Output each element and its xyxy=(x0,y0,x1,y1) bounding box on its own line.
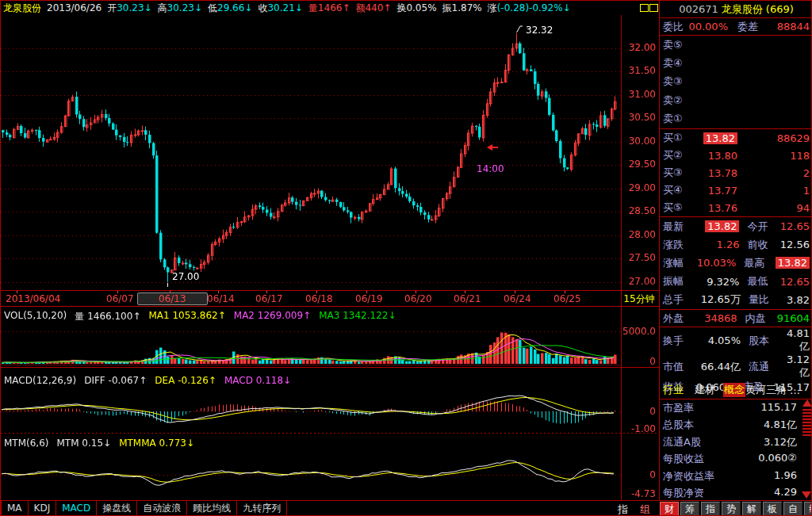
btn-indicator[interactable]: 指 xyxy=(701,502,720,516)
stock-code: 002671 xyxy=(679,3,718,15)
axis-divider xyxy=(621,15,622,500)
date-axis-tick xyxy=(17,291,17,293)
group-letter[interactable]: 组 xyxy=(640,503,650,516)
concept-label: 概念 xyxy=(723,383,745,397)
date-axis-tick xyxy=(465,291,465,293)
candlestick-chart[interactable] xyxy=(1,15,620,290)
price-axis-label: 28.00 xyxy=(622,229,656,240)
chart-bottom-line xyxy=(1,290,659,291)
buy-row-1[interactable]: 买①13.8288629 xyxy=(660,131,812,145)
price-axis-label: 28.50 xyxy=(622,205,656,216)
date-axis-label: 06/13 xyxy=(137,292,208,305)
date-axis-tick xyxy=(117,291,118,293)
tab-macd[interactable]: MACD xyxy=(56,500,97,516)
stat-row-pct: 涨幅10.03%最高13.82 xyxy=(660,256,812,270)
field-turnover: 换0.05% xyxy=(396,2,436,15)
stock-name: 龙泉股份 xyxy=(3,2,41,15)
industry-row[interactable]: 行业 建材 概念 黄河三角 … xyxy=(660,381,812,399)
sell-row-5[interactable]: 卖⑤ xyxy=(660,38,812,52)
stat-row-change: 涨跌1.26前收12.56 xyxy=(660,238,812,252)
stat-row-amp: 振幅9.32%最低12.65 xyxy=(660,274,812,289)
macd-y0-label: 0 xyxy=(622,406,656,417)
fin-row-pe: 市盈率115.17 xyxy=(660,401,800,415)
macd-ymin-label: -1.00 xyxy=(622,423,656,434)
btn-chips[interactable]: 筹 xyxy=(680,502,699,516)
buy-row-3[interactable]: 买③13.782 xyxy=(660,166,812,180)
date-axis-tick xyxy=(316,291,317,293)
weibi-row: 委比 00.00% 委差 88844 xyxy=(660,18,812,36)
field-close: 收30.21↓ xyxy=(258,2,302,15)
vol-ma1: MA1 1053.862↑ xyxy=(148,310,225,323)
scroll-up-icon[interactable] xyxy=(802,399,812,407)
stats-block-3: 换手4.05%股本4.81亿 市值66.44亿流通3.12亿 收益0.060②市… xyxy=(660,327,812,381)
date-axis-tick xyxy=(218,291,219,293)
tab-gubijunxian[interactable]: 顾比均线 xyxy=(187,500,237,516)
price-axis-label: 31.50 xyxy=(622,65,656,76)
field-amount: 额440↑ xyxy=(355,2,391,15)
scroll-thumb[interactable] xyxy=(802,409,811,436)
period-label[interactable]: 15分钟 xyxy=(622,292,657,306)
date-axis-label: 06/07 xyxy=(106,293,134,304)
tab-caopanxian[interactable]: 操盘线 xyxy=(97,500,137,516)
date-axis-tick xyxy=(416,291,416,293)
indicator-letter[interactable]: 指 xyxy=(618,503,628,516)
vol-ma2: MA2 1269.009↑ xyxy=(234,310,311,323)
fin-row-shares: 总股本4.81亿 xyxy=(660,418,800,432)
marker-arrow-icon xyxy=(486,143,499,151)
restore-icon[interactable] xyxy=(640,4,649,12)
window-icons[interactable] xyxy=(640,3,659,12)
tab-jiuzhuanxulie[interactable]: 九转序列 xyxy=(237,500,287,516)
stat-row-shizhi: 市值66.44亿流通3.12亿 xyxy=(660,354,812,380)
fin-row-float: 流通A股3.12亿 xyxy=(660,435,800,449)
stats-block-2: 外盘34868内盘91604 xyxy=(660,310,812,327)
buy-queue: 买①13.8288629 买②13.80118 买③13.782 买④13.77… xyxy=(660,129,812,217)
btn-board[interactable]: 板 xyxy=(763,502,782,516)
sell-row-2[interactable]: 卖② xyxy=(660,94,812,108)
sell-row-3[interactable]: 卖③ xyxy=(660,75,812,89)
stat-row-waipan: 外盘34868内盘91604 xyxy=(660,312,812,326)
tab-ma[interactable]: MA xyxy=(1,500,29,516)
quote-stock-name: 龙泉股份 xyxy=(722,2,763,17)
fin-row-roe: 净资收益率1.96 xyxy=(660,469,800,484)
scroll-down-icon[interactable] xyxy=(802,491,811,499)
xaxis-bottom-line xyxy=(1,306,659,307)
buy-row-5[interactable]: 买⑤13.7694 xyxy=(660,201,812,215)
date-axis-label: 06/25 xyxy=(553,293,581,304)
tab-kdj[interactable]: KDJ xyxy=(29,500,57,516)
date-axis-label: 06/21 xyxy=(454,293,481,304)
vol-header: VOL(5,10,20) 量 1466.100↑ MA1 1053.862↑ M… xyxy=(4,310,396,323)
date-axis-label: 06/18 xyxy=(305,293,333,304)
buy-row-2[interactable]: 买②13.80118 xyxy=(660,148,812,162)
date-axis-label: 06/19 xyxy=(355,293,383,304)
stock-app-window: 龙泉股份 2013/06/26 开30.23↓ 高30.23↓ 低29.66↓ … xyxy=(0,0,812,516)
price-axis-label: 30.50 xyxy=(622,112,656,123)
sell-queue: 卖⑤ 卖④ 卖③ 卖② 卖① xyxy=(660,36,812,129)
field-amplitude: 振1.87% xyxy=(442,2,482,15)
maximize-icon[interactable] xyxy=(649,4,658,12)
btn-auto[interactable]: 自 xyxy=(783,502,802,516)
sell-row-1[interactable]: 卖① xyxy=(660,112,812,126)
weibi-value: 00.00% xyxy=(684,21,728,32)
mtm-y0-label: 0 xyxy=(622,469,656,480)
buy-row-4[interactable]: 买④13.771 xyxy=(660,183,812,197)
price-axis-label: 31.00 xyxy=(622,89,656,100)
date-axis-label: 06/24 xyxy=(504,293,531,304)
btn-analysis[interactable]: 解 xyxy=(742,502,761,516)
industry-value: 建材 xyxy=(695,383,715,397)
weicha-value: 88844 xyxy=(758,21,810,32)
macd-dea: DEA -0.126↑ xyxy=(155,375,216,386)
btn-finance[interactable]: 财 xyxy=(660,502,679,516)
vol-ymin-label: 0 xyxy=(622,356,656,367)
finance-scrollbar[interactable] xyxy=(802,399,812,499)
annotation-high: 32.32 xyxy=(526,25,553,36)
btn-detail[interactable]: 细 xyxy=(804,502,812,516)
stat-row-totvol: 总手12.65万量比3.82 xyxy=(660,292,812,307)
tab-zidongbolang[interactable]: 自动波浪 xyxy=(137,500,187,516)
annotation-time: 14:00 xyxy=(477,163,504,174)
stat-row-latest: 最新13.82今开12.65 xyxy=(660,220,812,234)
sell-row-4[interactable]: 卖④ xyxy=(660,56,812,71)
price-axis-label: 29.50 xyxy=(622,159,656,170)
bar-date: 2013/06/26 xyxy=(47,2,102,13)
btn-trend[interactable]: 势 xyxy=(722,502,741,516)
quote-header[interactable]: 002671 龙泉股份(669) xyxy=(660,1,812,18)
